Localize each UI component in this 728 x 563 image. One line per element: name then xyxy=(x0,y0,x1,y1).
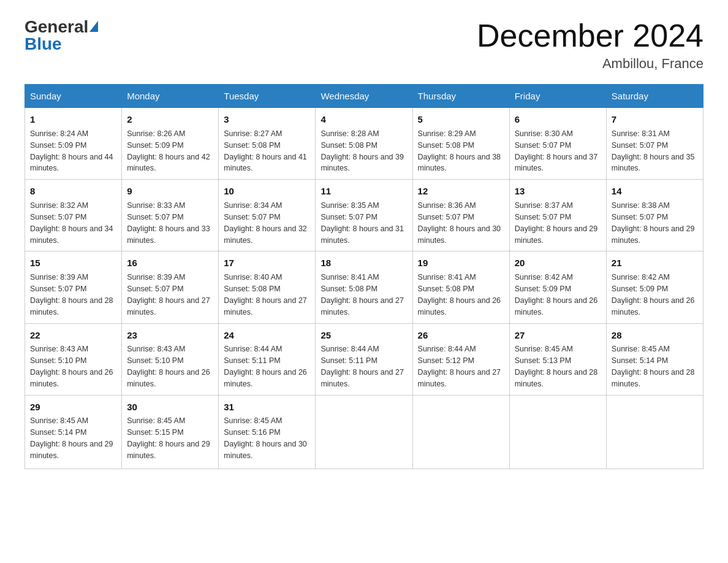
day-info: Sunrise: 8:28 AMSunset: 5:08 PMDaylight:… xyxy=(320,129,404,173)
day-info: Sunrise: 8:45 AMSunset: 5:14 PMDaylight:… xyxy=(30,416,113,460)
day-cell: 10 Sunrise: 8:34 AMSunset: 5:07 PMDaylig… xyxy=(219,180,316,251)
location-title: Ambillou, France xyxy=(477,56,703,72)
calendar-body: 1 Sunrise: 8:24 AMSunset: 5:09 PMDayligh… xyxy=(25,108,703,469)
day-info: Sunrise: 8:30 AMSunset: 5:07 PMDaylight:… xyxy=(515,129,598,173)
day-info: Sunrise: 8:45 AMSunset: 5:15 PMDaylight:… xyxy=(127,416,210,460)
title-block: December 2024 Ambillou, France xyxy=(477,18,703,72)
day-number: 22 xyxy=(30,329,116,342)
day-cell: 17 Sunrise: 8:40 AMSunset: 5:08 PMDaylig… xyxy=(219,251,316,323)
day-info: Sunrise: 8:39 AMSunset: 5:07 PMDaylight:… xyxy=(127,273,210,316)
day-info: Sunrise: 8:31 AMSunset: 5:07 PMDaylight:… xyxy=(612,129,695,173)
week-row-3: 15 Sunrise: 8:39 AMSunset: 5:07 PMDaylig… xyxy=(25,251,703,323)
logo-general-text: General xyxy=(25,18,88,36)
day-number: 19 xyxy=(418,256,504,270)
day-cell: 12 Sunrise: 8:36 AMSunset: 5:07 PMDaylig… xyxy=(412,180,509,251)
day-number: 15 xyxy=(30,256,116,270)
day-cell: 27 Sunrise: 8:45 AMSunset: 5:13 PMDaylig… xyxy=(509,323,606,395)
week-row-1: 1 Sunrise: 8:24 AMSunset: 5:09 PMDayligh… xyxy=(25,108,703,180)
day-number: 14 xyxy=(612,185,698,198)
day-cell: 31 Sunrise: 8:45 AMSunset: 5:16 PMDaylig… xyxy=(219,395,316,469)
day-info: Sunrise: 8:24 AMSunset: 5:09 PMDaylight:… xyxy=(30,129,113,173)
day-cell: 9 Sunrise: 8:33 AMSunset: 5:07 PMDayligh… xyxy=(122,180,219,251)
day-info: Sunrise: 8:40 AMSunset: 5:08 PMDaylight:… xyxy=(224,273,307,316)
day-info: Sunrise: 8:41 AMSunset: 5:08 PMDaylight:… xyxy=(320,273,404,316)
day-cell: 30 Sunrise: 8:45 AMSunset: 5:15 PMDaylig… xyxy=(122,395,219,469)
day-number: 29 xyxy=(30,400,116,414)
day-info: Sunrise: 8:27 AMSunset: 5:08 PMDaylight:… xyxy=(224,129,307,173)
day-number: 31 xyxy=(224,400,310,414)
day-cell: 16 Sunrise: 8:39 AMSunset: 5:07 PMDaylig… xyxy=(122,251,219,323)
calendar-table: SundayMondayTuesdayWednesdayThursdayFrid… xyxy=(25,84,703,469)
day-info: Sunrise: 8:41 AMSunset: 5:08 PMDaylight:… xyxy=(418,273,501,316)
day-number: 4 xyxy=(320,113,407,126)
day-cell: 4 Sunrise: 8:28 AMSunset: 5:08 PMDayligh… xyxy=(316,108,412,180)
day-number: 21 xyxy=(612,256,698,270)
day-number: 27 xyxy=(515,329,601,342)
day-info: Sunrise: 8:32 AMSunset: 5:07 PMDaylight:… xyxy=(30,201,113,245)
logo: General Blue xyxy=(25,18,98,53)
day-cell xyxy=(509,395,606,469)
day-number: 5 xyxy=(418,113,504,126)
day-info: Sunrise: 8:33 AMSunset: 5:07 PMDaylight:… xyxy=(127,201,210,245)
day-number: 7 xyxy=(612,113,698,126)
day-cell: 6 Sunrise: 8:30 AMSunset: 5:07 PMDayligh… xyxy=(509,108,606,180)
day-cell: 2 Sunrise: 8:26 AMSunset: 5:09 PMDayligh… xyxy=(122,108,219,180)
week-row-4: 22 Sunrise: 8:43 AMSunset: 5:10 PMDaylig… xyxy=(25,323,703,395)
header-cell-saturday: Saturday xyxy=(606,85,703,108)
day-info: Sunrise: 8:43 AMSunset: 5:10 PMDaylight:… xyxy=(127,345,210,388)
day-cell: 3 Sunrise: 8:27 AMSunset: 5:08 PMDayligh… xyxy=(219,108,316,180)
day-cell: 23 Sunrise: 8:43 AMSunset: 5:10 PMDaylig… xyxy=(122,323,219,395)
day-number: 8 xyxy=(30,185,116,198)
day-cell: 11 Sunrise: 8:35 AMSunset: 5:07 PMDaylig… xyxy=(316,180,412,251)
day-number: 13 xyxy=(515,185,601,198)
day-number: 3 xyxy=(224,113,310,126)
day-cell: 18 Sunrise: 8:41 AMSunset: 5:08 PMDaylig… xyxy=(316,251,412,323)
day-number: 9 xyxy=(127,185,213,198)
day-cell: 13 Sunrise: 8:37 AMSunset: 5:07 PMDaylig… xyxy=(509,180,606,251)
week-row-2: 8 Sunrise: 8:32 AMSunset: 5:07 PMDayligh… xyxy=(25,180,703,251)
logo-triangle-icon xyxy=(89,21,98,32)
page-header: General Blue December 2024 Ambillou, Fra… xyxy=(25,18,703,72)
day-info: Sunrise: 8:35 AMSunset: 5:07 PMDaylight:… xyxy=(320,201,404,245)
day-number: 16 xyxy=(127,256,213,270)
day-number: 6 xyxy=(515,113,601,126)
header-cell-wednesday: Wednesday xyxy=(316,85,412,108)
day-number: 24 xyxy=(224,329,310,342)
day-info: Sunrise: 8:42 AMSunset: 5:09 PMDaylight:… xyxy=(515,273,598,316)
day-info: Sunrise: 8:44 AMSunset: 5:12 PMDaylight:… xyxy=(418,345,501,388)
month-title: December 2024 xyxy=(477,18,703,53)
day-info: Sunrise: 8:37 AMSunset: 5:07 PMDaylight:… xyxy=(515,201,598,245)
day-cell xyxy=(316,395,412,469)
week-row-5: 29 Sunrise: 8:45 AMSunset: 5:14 PMDaylig… xyxy=(25,395,703,469)
day-number: 28 xyxy=(612,329,698,342)
day-cell: 7 Sunrise: 8:31 AMSunset: 5:07 PMDayligh… xyxy=(606,108,703,180)
day-number: 23 xyxy=(127,329,213,342)
header-cell-sunday: Sunday xyxy=(25,85,122,108)
day-info: Sunrise: 8:39 AMSunset: 5:07 PMDaylight:… xyxy=(30,273,113,316)
day-cell: 8 Sunrise: 8:32 AMSunset: 5:07 PMDayligh… xyxy=(25,180,122,251)
day-info: Sunrise: 8:42 AMSunset: 5:09 PMDaylight:… xyxy=(612,273,695,316)
day-number: 20 xyxy=(515,256,601,270)
day-number: 2 xyxy=(127,113,213,126)
day-info: Sunrise: 8:44 AMSunset: 5:11 PMDaylight:… xyxy=(320,345,404,388)
day-cell: 1 Sunrise: 8:24 AMSunset: 5:09 PMDayligh… xyxy=(25,108,122,180)
day-info: Sunrise: 8:45 AMSunset: 5:13 PMDaylight:… xyxy=(515,345,598,388)
header-cell-tuesday: Tuesday xyxy=(219,85,316,108)
day-info: Sunrise: 8:36 AMSunset: 5:07 PMDaylight:… xyxy=(418,201,501,245)
day-number: 11 xyxy=(320,185,407,198)
day-number: 25 xyxy=(320,329,407,342)
day-number: 10 xyxy=(224,185,310,198)
day-info: Sunrise: 8:43 AMSunset: 5:10 PMDaylight:… xyxy=(30,345,113,388)
day-cell xyxy=(412,395,509,469)
day-cell: 24 Sunrise: 8:44 AMSunset: 5:11 PMDaylig… xyxy=(219,323,316,395)
day-info: Sunrise: 8:26 AMSunset: 5:09 PMDaylight:… xyxy=(127,129,210,173)
day-info: Sunrise: 8:29 AMSunset: 5:08 PMDaylight:… xyxy=(418,129,501,173)
header-row: SundayMondayTuesdayWednesdayThursdayFrid… xyxy=(25,85,703,108)
day-number: 12 xyxy=(418,185,504,198)
day-cell: 28 Sunrise: 8:45 AMSunset: 5:14 PMDaylig… xyxy=(606,323,703,395)
day-number: 30 xyxy=(127,400,213,414)
header-cell-friday: Friday xyxy=(509,85,606,108)
day-info: Sunrise: 8:45 AMSunset: 5:14 PMDaylight:… xyxy=(612,345,695,388)
header-cell-monday: Monday xyxy=(122,85,219,108)
day-number: 26 xyxy=(418,329,504,342)
